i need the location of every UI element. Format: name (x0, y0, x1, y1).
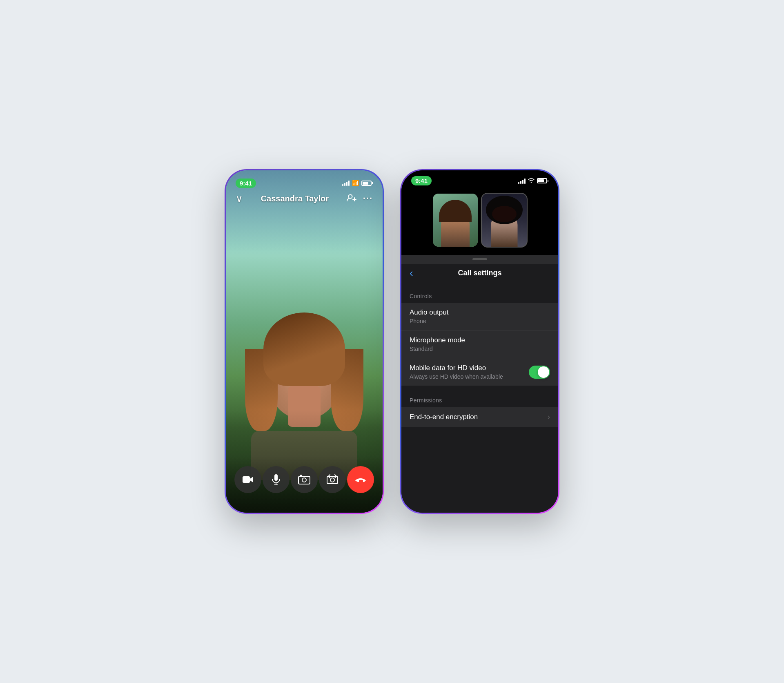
hd-video-toggle[interactable] (529, 366, 550, 379)
battery-icon-right (537, 178, 548, 183)
call-thumbnails (401, 190, 558, 255)
video-toggle-button[interactable] (234, 466, 261, 493)
hd-video-content: Mobile data for HD video Always use HD v… (410, 364, 503, 380)
audio-output-value: Phone (410, 318, 448, 324)
microphone-mode-title: Microphone mode (410, 336, 465, 344)
call-top-actions: ··· (347, 193, 373, 204)
settings-page-title: Call settings (458, 269, 501, 277)
call-controls-bar (226, 456, 383, 513)
settings-phone: 9:41 (400, 169, 559, 514)
signal-icon (342, 180, 350, 186)
battery-icon (361, 181, 373, 186)
effects-button[interactable] (291, 466, 318, 493)
svg-rect-7 (298, 476, 310, 484)
status-bar-right: 9:41 (401, 170, 558, 190)
e2e-content: End-to-end encryption (410, 413, 478, 421)
e2e-encryption-row[interactable]: End-to-end encryption › (401, 407, 558, 427)
audio-output-content: Audio output Phone (410, 308, 448, 324)
wifi-icon: 📶 (352, 180, 359, 186)
controls-settings-group: Audio output Phone Microphone mode Stand… (401, 303, 558, 386)
signal-icon-right (518, 178, 526, 184)
time-display-right: 9:41 (411, 176, 432, 185)
flip-camera-button[interactable] (319, 466, 346, 493)
status-bar-left: 9:41 📶 (226, 170, 383, 191)
svg-rect-10 (327, 476, 338, 484)
time-display: 9:41 (236, 179, 256, 188)
e2e-title: End-to-end encryption (410, 413, 478, 421)
hd-video-description: Always use HD video when available (410, 373, 503, 380)
thumbnail-caller-1[interactable] (433, 194, 478, 247)
settings-content: Controls Audio output Phone Microphone m… (401, 285, 558, 513)
audio-output-row[interactable]: Audio output Phone (401, 303, 558, 330)
more-options-icon[interactable]: ··· (363, 193, 373, 204)
scene: 9:41 📶 ∨ Ca (225, 169, 559, 514)
microphone-mode-value: Standard (410, 346, 465, 352)
permissions-settings-group: End-to-end encryption › (401, 407, 558, 427)
chevron-right-icon: › (548, 413, 550, 421)
mute-button[interactable] (263, 466, 290, 493)
call-header: ∨ Cassandra Taylor ··· (226, 193, 383, 204)
add-person-icon[interactable] (347, 194, 356, 204)
status-icons-right (518, 178, 548, 184)
end-call-button[interactable] (347, 466, 374, 493)
video-call-phone: 9:41 📶 ∨ Ca (225, 169, 384, 514)
svg-rect-4 (274, 474, 278, 481)
status-icons: 📶 (342, 180, 373, 186)
wifi-icon-right (528, 178, 535, 184)
controls-section-label: Controls (401, 285, 558, 303)
drag-indicator (472, 258, 487, 260)
svg-rect-9 (300, 475, 302, 477)
svg-point-8 (302, 478, 306, 482)
permissions-section-label: Permissions (401, 389, 558, 407)
back-button[interactable]: ‹ (410, 268, 413, 278)
toggle-knob (538, 366, 549, 378)
microphone-mode-content: Microphone mode Standard (410, 336, 465, 352)
minimize-icon[interactable]: ∨ (236, 193, 243, 204)
svg-point-11 (330, 478, 334, 482)
hd-video-row[interactable]: Mobile data for HD video Always use HD v… (401, 358, 558, 386)
svg-rect-3 (243, 476, 250, 483)
thumbnail-caller-2[interactable] (482, 194, 527, 247)
microphone-mode-row[interactable]: Microphone mode Standard (401, 330, 558, 358)
settings-nav-header: ‹ Call settings (401, 264, 558, 285)
hd-video-title: Mobile data for HD video (410, 364, 503, 372)
audio-output-title: Audio output (410, 308, 448, 317)
caller-name-label: Cassandra Taylor (261, 194, 329, 203)
